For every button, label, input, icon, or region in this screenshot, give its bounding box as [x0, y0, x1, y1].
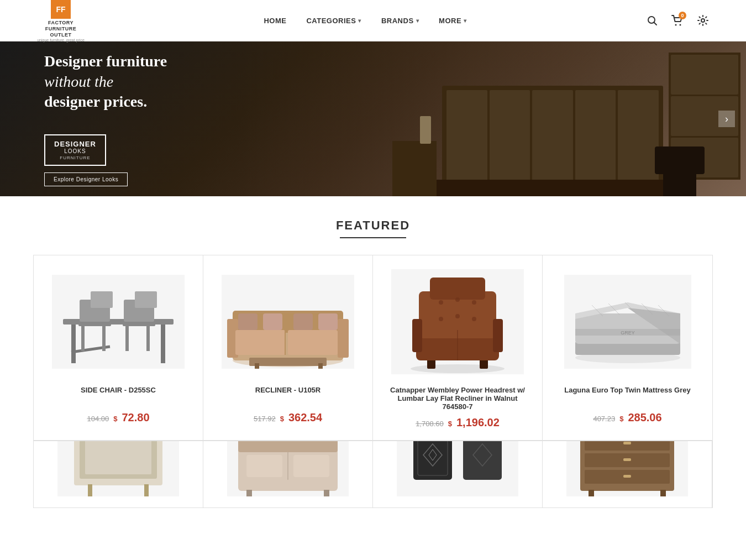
svg-point-51: [439, 317, 443, 321]
svg-point-4: [675, 24, 677, 26]
sale-price-1: 72.80: [122, 411, 149, 424]
svg-rect-68: [85, 441, 151, 474]
product-name-2: RECLINER - U105R: [255, 386, 321, 406]
product-card-1[interactable]: SIDE CHAIR - D255SC 104.00 $ 72.80: [34, 255, 203, 441]
product-image-6: [227, 441, 349, 496]
header-icons: 0: [642, 11, 713, 30]
svg-rect-45: [412, 319, 422, 352]
svg-rect-28: [235, 330, 285, 355]
product-card-8[interactable]: [543, 441, 712, 507]
product-pricing-4: 407.23 $ 285.06: [593, 411, 661, 424]
svg-rect-20: [91, 291, 113, 308]
cart-button[interactable]: 0: [668, 11, 687, 30]
original-price-3: 1,708.60: [416, 420, 444, 428]
svg-rect-33: [293, 313, 313, 330]
svg-rect-44: [430, 278, 485, 300]
svg-rect-37: [318, 363, 323, 369]
svg-point-5: [680, 24, 681, 26]
original-price-1: 104.00: [87, 415, 109, 423]
product-image-3: [384, 266, 531, 377]
product-name-3: Catnapper Wembley Power Headrest w/ Lumb…: [384, 386, 531, 411]
svg-rect-14: [81, 326, 85, 351]
side-chair-image: [52, 275, 185, 369]
hero-badge: Designer Looks FURNITURE: [44, 134, 106, 166]
currency-2: $: [280, 415, 284, 423]
search-button[interactable]: [642, 11, 662, 30]
svg-rect-77: [246, 490, 252, 496]
svg-rect-15: [102, 326, 106, 351]
svg-rect-73: [238, 441, 338, 452]
explore-button[interactable]: Explore Designer Looks: [44, 172, 128, 186]
product-pricing-2: 517.92 $ 362.54: [254, 411, 322, 424]
mattress-image: GREY: [564, 275, 691, 369]
logo[interactable]: FF FACTORY FURNITURE OUTLET unique furni…: [33, 4, 88, 37]
svg-rect-82: [418, 441, 448, 475]
svg-rect-70: [144, 484, 149, 496]
product-card-6[interactable]: [203, 441, 373, 507]
sale-price-2: 362.54: [288, 411, 322, 424]
currency-3: $: [448, 420, 452, 428]
sale-price-4: 285.06: [628, 411, 661, 424]
product-pricing-3: 1,708.60 $ 1,196.02: [416, 416, 500, 429]
product-card-7[interactable]: [373, 441, 543, 507]
svg-rect-34: [318, 313, 338, 330]
svg-rect-88: [623, 442, 631, 444]
brands-chevron-icon: ▾: [416, 18, 419, 24]
original-price-2: 517.92: [254, 415, 276, 423]
svg-rect-18: [125, 326, 129, 351]
featured-title: FEATURED: [33, 218, 713, 233]
featured-underline: [340, 237, 406, 238]
hero-tagline: Designer furniture without the designer …: [44, 51, 167, 112]
hero-badge-label: Designer: [54, 140, 96, 148]
original-price-4: 407.23: [593, 415, 615, 423]
svg-point-6: [701, 19, 705, 22]
settings-icon: [697, 15, 708, 26]
hero-next-arrow[interactable]: ›: [718, 111, 735, 127]
nav-item-home[interactable]: HOME: [254, 0, 296, 41]
svg-rect-29: [288, 330, 338, 355]
product-card-4[interactable]: GREY Laguna Euro Top Twin Mattress Grey …: [543, 255, 712, 441]
svg-rect-69: [88, 484, 92, 496]
product-image-5: [57, 441, 179, 496]
svg-rect-19: [146, 326, 150, 351]
svg-rect-81: [463, 441, 502, 480]
svg-point-39: [411, 364, 505, 373]
svg-rect-46: [493, 319, 503, 352]
svg-rect-13: [78, 322, 111, 326]
product-name-4: Laguna Euro Top Twin Mattress Grey: [564, 386, 691, 406]
hero-badge-sublabel: Looks: [64, 148, 86, 154]
svg-rect-91: [589, 490, 594, 496]
settings-button[interactable]: [693, 11, 713, 30]
svg-rect-36: [255, 363, 259, 369]
product-card-3[interactable]: Catnapper Wembley Power Headrest w/ Lumb…: [373, 255, 543, 441]
svg-rect-75: [293, 455, 329, 477]
hero-content: Designer furniture without the designer …: [0, 41, 211, 196]
nav-item-more[interactable]: MORE ▾: [429, 0, 477, 41]
svg-point-49: [455, 297, 460, 302]
hero-banner: Designer furniture without the designer …: [0, 41, 746, 196]
cart-badge: 0: [679, 12, 686, 19]
svg-point-48: [439, 300, 443, 305]
svg-line-3: [654, 23, 657, 25]
svg-rect-74: [246, 455, 282, 477]
product-image-7: [397, 441, 518, 496]
header: FF FACTORY FURNITURE OUTLET unique furni…: [0, 0, 746, 41]
logo-icon: FF: [51, 0, 71, 19]
product-card-2[interactable]: RECLINER - U105R 517.92 $ 362.54: [203, 255, 373, 441]
nav-item-categories[interactable]: CATEGORIES ▾: [296, 0, 371, 41]
svg-text:FF: FF: [56, 5, 66, 14]
recliner-image: [222, 275, 354, 369]
product-pricing-1: 104.00 $ 72.80: [87, 411, 149, 424]
hero-badge-brand: FURNITURE: [60, 155, 90, 160]
svg-rect-78: [324, 490, 329, 496]
currency-1: $: [113, 415, 117, 423]
nav-item-brands[interactable]: BRANDS ▾: [371, 0, 429, 41]
svg-rect-32: [263, 313, 282, 330]
logo-name2: OUTLET: [50, 32, 72, 38]
product-grid-row2: [33, 441, 713, 508]
more-chevron-icon: ▾: [464, 18, 467, 24]
product-card-5[interactable]: [34, 441, 203, 507]
svg-rect-9: [71, 325, 76, 363]
product-image-2: [214, 266, 361, 377]
svg-rect-17: [123, 322, 155, 326]
